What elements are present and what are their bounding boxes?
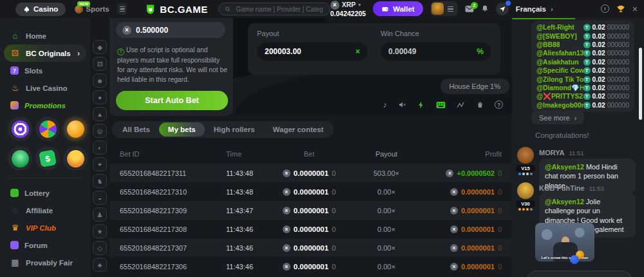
- divider: [9, 178, 81, 178]
- mention-username[interactable]: @Diamond💎Hu...: [536, 84, 583, 92]
- tab-wager-contest[interactable]: Wager contest: [264, 122, 333, 137]
- sidebar-item-slots[interactable]: 7Slots: [0, 62, 90, 79]
- mention-link[interactable]: @Aksyen12: [545, 163, 584, 171]
- xrp-coin-icon: ×: [283, 225, 290, 233]
- game-icon[interactable]: ◒: [93, 191, 107, 205]
- game-icon[interactable]: ◇: [93, 241, 107, 255]
- sidebar-item-bc-originals[interactable]: ⚄BC Originals›: [4, 44, 86, 62]
- mention-username[interactable]: @Zilong Tik Tok: [536, 76, 583, 83]
- music-button[interactable]: ♪: [383, 100, 388, 110]
- promo-tile[interactable]: [63, 146, 88, 171]
- bet-cell: ×0.00000010: [271, 225, 347, 233]
- notifications-button[interactable]: [481, 5, 489, 13]
- menu-button[interactable]: [117, 3, 128, 15]
- promo-tile[interactable]: $: [35, 146, 60, 171]
- game-icon[interactable]: ⚅: [93, 57, 107, 71]
- sidebar-item-lottery[interactable]: Lottery: [0, 184, 90, 202]
- mention-amount: T0.02000000: [583, 102, 629, 109]
- language-selector[interactable]: Français ›: [516, 5, 553, 13]
- promo-tile[interactable]: [35, 117, 60, 141]
- sports-toggle[interactable]: NEW Sports: [75, 5, 109, 14]
- sidebar-item-live-casino[interactable]: ♨Live Casino: [0, 79, 90, 97]
- sidebar-item-affiliate[interactable]: ◌Affiliate: [0, 202, 90, 219]
- game-icon[interactable]: ◆: [93, 40, 107, 54]
- help-button[interactable]: ?: [495, 100, 503, 109]
- start-auto-bet-button[interactable]: Start Auto Bet: [116, 91, 228, 110]
- casino-toggle[interactable]: Casino: [15, 3, 66, 16]
- amount-tail: 000000: [607, 50, 629, 57]
- mention-username[interactable]: @Left-Right: [536, 24, 574, 31]
- profit-value-tail: 0: [498, 244, 502, 252]
- game-icon[interactable]: ♞: [93, 174, 107, 188]
- site-logo[interactable]: BC.GAME: [145, 4, 207, 15]
- win-chance-input[interactable]: 0.00049 %: [381, 43, 491, 61]
- table-row[interactable]: 6552016848221731111:43:48×0.00000010503.…: [109, 164, 512, 182]
- mention-username[interactable]: @Specific Cowden: [536, 67, 583, 74]
- sidebar-item-promotions[interactable]: Promotions: [0, 97, 90, 114]
- avatar[interactable]: [517, 147, 534, 164]
- bet-amount-input[interactable]: × 0.500000: [116, 22, 225, 38]
- wallet-button[interactable]: Wallet: [373, 1, 422, 16]
- game-icon[interactable]: ☻: [93, 73, 107, 88]
- inbox-button[interactable]: 2: [465, 5, 474, 13]
- hotkeys-button[interactable]: [436, 101, 446, 109]
- table-row[interactable]: 6552016848221731011:43:48×0.000000100.00…: [109, 182, 512, 201]
- sidebar-item-home[interactable]: ⌂Home: [0, 27, 90, 44]
- promo-tile[interactable]: [8, 146, 32, 171]
- chat-scrollbar[interactable]: [639, 48, 642, 120]
- bet-value-tail: 0: [332, 207, 336, 215]
- balance-selector[interactable]: × XRP ▾ 0.04242205: [330, 1, 366, 17]
- game-icon[interactable]: ★: [93, 224, 107, 238]
- sound-button[interactable]: [398, 100, 406, 109]
- amount-value: 0.02: [592, 41, 605, 48]
- user-menu[interactable]: [430, 1, 458, 16]
- mention-link[interactable]: @Aksyen12: [545, 198, 584, 205]
- game-icon[interactable]: ●: [93, 90, 107, 104]
- tab-my-bets[interactable]: My bets: [159, 122, 205, 137]
- mention-username[interactable]: @BB88: [536, 41, 560, 48]
- info-button[interactable]: i: [601, 5, 609, 13]
- see-more-button[interactable]: See more›: [531, 111, 584, 124]
- bet-id-cell: 65520168482217310: [120, 188, 226, 196]
- clear-icon[interactable]: ×: [355, 47, 360, 56]
- mention-username[interactable]: @[SWEBOY]: [536, 33, 577, 40]
- mention-username[interactable]: @❌PRITTYS233❌: [536, 92, 583, 100]
- table-row[interactable]: 6552016848221730811:43:46×0.000000100.00…: [109, 220, 512, 238]
- search-input[interactable]: [235, 5, 324, 14]
- game-icon[interactable]: ♣: [93, 258, 107, 272]
- chat-toggle-button[interactable]: [496, 3, 509, 15]
- sidebar-item-provably-fair[interactable]: ▦Provably Fair: [0, 254, 90, 271]
- close-icon[interactable]: ×: [632, 4, 638, 14]
- promo-tile[interactable]: [8, 117, 32, 141]
- avatar[interactable]: [517, 182, 534, 199]
- game-icon[interactable]: ▲: [93, 107, 107, 121]
- chat-gif-attachment[interactable]: Let's screw this up together: [535, 223, 594, 262]
- game-search[interactable]: [218, 3, 330, 15]
- chat-input[interactable]: [526, 271, 632, 277]
- table-row[interactable]: 6552016848221730711:43:46×0.000000100.00…: [109, 238, 512, 257]
- rewards-button[interactable]: [616, 5, 625, 14]
- sidebar-item-vip-club[interactable]: ♛VIP Club: [0, 219, 90, 236]
- mention-username[interactable]: @Aliesfahan1363: [536, 50, 583, 57]
- clear-history-button[interactable]: [477, 100, 484, 109]
- game-icon[interactable]: ♟: [93, 207, 107, 222]
- trends-button[interactable]: [457, 101, 466, 109]
- time-cell: 11:43:46: [226, 244, 271, 252]
- payout-input[interactable]: 200003.00 ×: [257, 43, 368, 61]
- mention-username[interactable]: @Asiakhatun: [536, 59, 579, 66]
- tab-all-bets[interactable]: All Bets: [113, 122, 159, 137]
- game-icon[interactable]: ◐: [93, 140, 107, 155]
- bc-shield-icon: [145, 4, 156, 15]
- game-icon[interactable]: ◎: [93, 124, 107, 138]
- mention-username[interactable]: @Imakegob00m...: [536, 102, 583, 109]
- table-row[interactable]: 6552016848221730611:43:46×0.000000100.00…: [109, 257, 512, 276]
- tab-high-rollers[interactable]: High rollers: [205, 122, 264, 137]
- sidebar-item-forum[interactable]: Forum: [0, 236, 90, 254]
- emoji-reaction-blue[interactable]: [570, 255, 579, 264]
- amount-value: 0.02: [592, 59, 605, 66]
- mention-amount: T0.02000000: [583, 67, 629, 74]
- table-row[interactable]: 6552016848221730911:43:47×0.000000100.00…: [109, 201, 512, 220]
- promo-tile[interactable]: [63, 117, 88, 141]
- game-icon[interactable]: ✦: [93, 157, 107, 171]
- turbo-button[interactable]: [417, 100, 425, 110]
